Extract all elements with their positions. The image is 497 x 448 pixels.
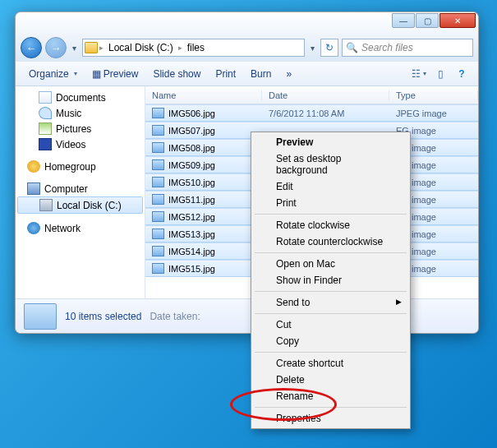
maximize-button[interactable]: ▢ [416,13,439,28]
computer-icon [27,182,40,195]
column-type[interactable]: Type [389,90,478,100]
separator [255,214,407,215]
organize-button[interactable]: Organize [22,66,84,82]
ctx-print[interactable]: Print [253,195,408,211]
help-button[interactable]: ? [452,65,472,83]
sidebar-item-localdisk[interactable]: Local Disk (C:) [17,196,143,214]
forward-button[interactable]: → [45,37,67,58]
ctx-copy[interactable]: Copy [253,333,408,349]
path-dropdown-icon[interactable]: ▾ [308,44,317,53]
column-name[interactable]: Name [145,90,262,100]
search-icon: 🔍 [346,42,358,53]
ctx-properties[interactable]: Properties [253,410,408,427]
sidebar-item-network[interactable]: Network [16,220,145,236]
file-name: IMG511.jpg [168,195,215,205]
context-menu: Preview Set as desktop background Edit P… [251,132,411,429]
music-icon [39,107,52,119]
documents-icon [39,91,52,104]
toolbar: Organize ▦ Preview Slide show Print Burn… [16,62,478,86]
ctx-show-in-finder[interactable]: Show in Finder [253,272,408,289]
burn-button[interactable]: Burn [244,66,278,82]
ctx-delete[interactable]: Delete [253,372,408,388]
column-headers: Name Date Type [145,86,478,104]
separator [255,291,407,292]
network-icon [27,222,40,234]
videos-icon [39,138,52,150]
file-name: IMG508.jpg [168,143,215,153]
view-button[interactable]: ☷ [409,65,429,83]
back-button[interactable]: ← [21,37,42,58]
ctx-open-on-mac[interactable]: Open on Mac [253,256,408,272]
breadcrumb-drive[interactable]: Local Disk (C:) [105,42,177,53]
image-file-icon [152,211,164,222]
homegroup-icon [27,160,40,173]
breadcrumb[interactable]: ▸ Local Disk (C:) ▸ files [82,39,305,57]
file-name: IMG506.jpg [168,109,215,118]
image-file-icon [152,229,164,239]
image-file-icon [152,125,164,136]
image-file-icon [152,177,164,187]
sidebar-item-videos[interactable]: Videos [16,136,145,152]
preview-pane-button[interactable]: ▯ [430,65,450,83]
file-name: IMG507.jpg [168,126,215,136]
titlebar: — ▢ ✕ [16,12,478,34]
image-file-icon [152,246,164,256]
preview-icon: ▦ [92,68,101,80]
image-file-icon [152,108,164,118]
chevron-icon: ▸ [178,44,182,52]
ctx-cut[interactable]: Cut [253,316,408,333]
ctx-edit[interactable]: Edit [253,178,408,195]
file-name: IMG515.jpg [168,264,215,274]
file-date: 7/6/2012 11:08 AM [262,109,389,118]
preview-button[interactable]: ▦ Preview [85,66,145,82]
image-file-icon [152,159,164,170]
file-name: IMG509.jpg [168,160,215,170]
more-button[interactable]: » [279,66,298,82]
navigation-pane: Documents Music Pictures Videos Homegrou… [16,86,145,298]
separator [255,352,407,353]
separator [255,252,407,253]
ctx-rotate-ccw[interactable]: Rotate counterclockwise [253,233,408,250]
slideshow-button[interactable]: Slide show [146,66,207,82]
search-placeholder: Search files [361,42,413,53]
submenu-arrow-icon: ▶ [396,298,402,306]
file-type: JPEG image [389,109,478,118]
date-taken-label: Date taken: [150,311,200,322]
folder-icon [85,42,98,53]
thumbnail-icon [24,303,57,330]
refresh-button[interactable]: ↻ [320,39,338,57]
breadcrumb-folder[interactable]: files [184,42,208,53]
address-bar: ← → ▾ ▸ Local Disk (C:) ▸ files ▾ ↻ 🔍 Se… [16,34,478,62]
ctx-preview[interactable]: Preview [253,134,408,150]
image-file-icon [152,263,164,274]
separator [255,313,407,314]
ctx-create-shortcut[interactable]: Create shortcut [253,355,408,372]
selection-count: 10 items selected [65,311,141,322]
separator [255,407,407,408]
file-name: IMG512.jpg [168,212,215,222]
sidebar-item-homegroup[interactable]: Homegroup [16,159,145,174]
ctx-set-background[interactable]: Set as desktop background [253,150,408,178]
ctx-send-to[interactable]: Send to▶ [253,294,408,311]
pictures-icon [39,122,52,135]
sidebar-item-music[interactable]: Music [16,105,145,121]
image-file-icon [152,194,164,205]
minimize-button[interactable]: — [392,13,415,28]
disk-icon [39,199,53,211]
file-row[interactable]: IMG506.jpg7/6/2012 11:08 AMJPEG image [145,104,478,122]
ctx-rotate-cw[interactable]: Rotate clockwise [253,217,408,233]
sidebar-item-documents[interactable]: Documents [16,90,145,105]
sidebar-item-computer[interactable]: Computer [16,181,145,196]
file-name: IMG510.jpg [168,178,215,187]
image-file-icon [152,142,164,153]
close-button[interactable]: ✕ [439,13,476,28]
search-input[interactable]: 🔍 Search files [342,39,473,57]
column-date[interactable]: Date [262,90,389,100]
file-name: IMG513.jpg [168,229,215,239]
file-name: IMG514.jpg [168,247,215,256]
ctx-rename[interactable]: Rename [253,388,408,404]
sidebar-item-pictures[interactable]: Pictures [16,121,145,136]
print-button[interactable]: Print [209,66,242,82]
history-dropdown-icon[interactable]: ▾ [70,44,79,53]
chevron-icon: ▸ [99,44,104,52]
